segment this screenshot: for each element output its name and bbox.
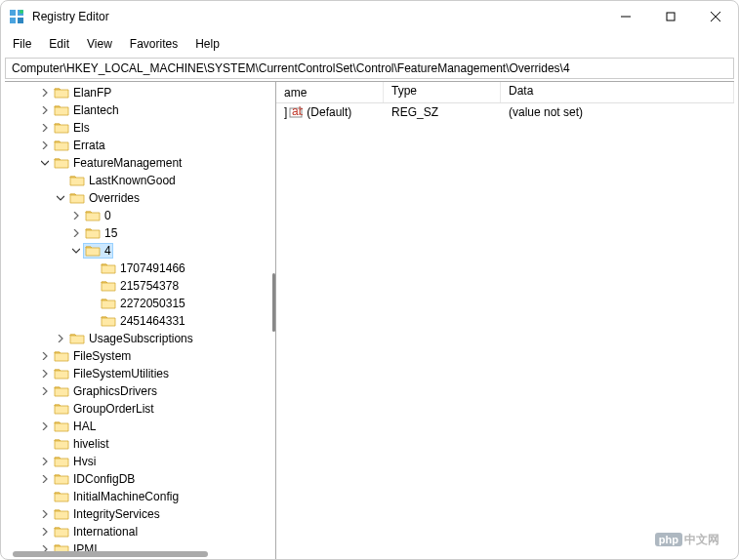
tree-item[interactable]: Elantech bbox=[7, 101, 275, 119]
column-data[interactable]: Data bbox=[501, 82, 734, 102]
tree-item-label-wrap[interactable]: Hvsi bbox=[52, 455, 98, 468]
folder-icon bbox=[101, 279, 116, 293]
tree-item[interactable]: HAL bbox=[7, 418, 275, 435]
watermark-badge: php bbox=[655, 533, 682, 546]
folder-icon bbox=[54, 472, 69, 486]
tree-item[interactable]: hivelist bbox=[7, 435, 275, 453]
tree-item[interactable]: LastKnownGood bbox=[7, 172, 275, 189]
menu-help[interactable]: Help bbox=[187, 35, 227, 53]
address-bar[interactable]: Computer\HKEY_LOCAL_MACHINE\SYSTEM\Curre… bbox=[5, 58, 734, 79]
tree-item-label-wrap[interactable]: LastKnownGood bbox=[67, 174, 178, 187]
minimize-button[interactable] bbox=[603, 1, 648, 32]
tree-item[interactable]: IDConfigDB bbox=[7, 470, 275, 488]
tree-item-label-wrap[interactable]: 1707491466 bbox=[99, 261, 187, 275]
chevron-right-icon[interactable] bbox=[38, 510, 52, 518]
tree-item-label: Errata bbox=[73, 139, 105, 152]
tree-item[interactable]: 1707491466 bbox=[7, 260, 275, 277]
tree-item-label-wrap[interactable]: Els bbox=[52, 121, 92, 135]
tree-item-label-wrap[interactable]: FeatureManagement bbox=[52, 156, 184, 170]
chevron-right-icon[interactable] bbox=[38, 352, 52, 360]
cell-name-prefix: ] bbox=[284, 105, 287, 119]
tree-item[interactable]: Overrides bbox=[7, 189, 275, 207]
chevron-down-icon[interactable] bbox=[69, 247, 83, 255]
tree-item-label-wrap[interactable]: InitialMachineConfig bbox=[52, 490, 181, 503]
chevron-right-icon[interactable] bbox=[38, 528, 52, 536]
tree-item-label-wrap[interactable]: 2451464331 bbox=[99, 314, 187, 328]
tree-item-label-wrap[interactable]: UsageSubscriptions bbox=[67, 332, 195, 345]
list-row[interactable]: ]ab(Default)REG_SZ(value not set) bbox=[276, 103, 734, 121]
chevron-right-icon[interactable] bbox=[69, 229, 83, 237]
tree-item-label-wrap[interactable]: Overrides bbox=[67, 191, 142, 205]
tree-item[interactable]: International bbox=[7, 523, 275, 540]
chevron-right-icon[interactable] bbox=[38, 387, 52, 395]
svg-rect-2 bbox=[10, 18, 16, 23]
tree-item-label-wrap[interactable]: 215754378 bbox=[99, 279, 181, 293]
tree-item[interactable]: UsageSubscriptions bbox=[7, 330, 275, 347]
tree-item[interactable]: FileSystem bbox=[7, 347, 275, 365]
chevron-right-icon[interactable] bbox=[38, 458, 52, 465]
folder-icon bbox=[54, 507, 69, 521]
tree-item[interactable]: FileSystemUtilities bbox=[7, 365, 275, 382]
chevron-right-icon[interactable] bbox=[38, 370, 52, 378]
tree-item-label-wrap[interactable]: FileSystem bbox=[52, 349, 133, 363]
tree-item[interactable]: Errata bbox=[7, 137, 275, 154]
tree-item-label: UsageSubscriptions bbox=[89, 332, 193, 345]
chevron-right-icon[interactable] bbox=[38, 422, 52, 430]
tree-item-label-wrap[interactable]: Elantech bbox=[52, 103, 121, 117]
tree-item-label-wrap[interactable]: GroupOrderList bbox=[52, 402, 156, 416]
menu-file[interactable]: File bbox=[5, 35, 39, 53]
chevron-right-icon[interactable] bbox=[38, 89, 52, 97]
tree-item-label-wrap[interactable]: IDConfigDB bbox=[52, 472, 137, 486]
tree-item[interactable]: 4 bbox=[7, 242, 275, 260]
chevron-right-icon[interactable] bbox=[69, 212, 83, 220]
close-button[interactable] bbox=[693, 1, 738, 32]
tree-item-label-wrap[interactable]: 2272050315 bbox=[99, 297, 187, 310]
tree-item[interactable]: Els bbox=[7, 119, 275, 137]
tree-item-label-wrap[interactable]: FileSystemUtilities bbox=[52, 367, 171, 380]
tree-item[interactable]: GraphicsDrivers bbox=[7, 382, 275, 400]
tree-item[interactable]: ElanFP bbox=[7, 84, 275, 101]
tree-item[interactable]: InitialMachineConfig bbox=[7, 488, 275, 505]
chevron-right-icon[interactable] bbox=[54, 335, 67, 342]
tree-item[interactable]: 2272050315 bbox=[7, 295, 275, 312]
tree-item[interactable]: GroupOrderList bbox=[7, 400, 275, 418]
tree-item[interactable]: FeatureManagement bbox=[7, 154, 275, 172]
tree-scroll[interactable]: ElanFPElantechElsErrataFeatureManagement… bbox=[5, 82, 275, 559]
tree-item-label-wrap[interactable]: IntegrityServices bbox=[52, 507, 162, 521]
title-bar: Registry Editor bbox=[1, 1, 738, 32]
tree-item[interactable]: 2451464331 bbox=[7, 312, 275, 330]
maximize-button[interactable] bbox=[648, 1, 693, 32]
horizontal-scrollbar[interactable] bbox=[13, 551, 208, 557]
tree-item-label-wrap[interactable]: Errata bbox=[52, 139, 107, 152]
tree-item-label-wrap[interactable]: International bbox=[52, 525, 140, 539]
tree-item-label: 4 bbox=[104, 244, 111, 258]
chevron-right-icon[interactable] bbox=[38, 106, 52, 114]
tree-item-label-wrap[interactable]: 4 bbox=[83, 243, 113, 259]
tree-item-label-wrap[interactable]: hivelist bbox=[52, 437, 111, 451]
tree-panel: ElanFPElantechElsErrataFeatureManagement… bbox=[5, 82, 276, 559]
tree-item[interactable]: 0 bbox=[7, 207, 275, 224]
tree-item-label-wrap[interactable]: 15 bbox=[83, 226, 119, 240]
chevron-right-icon[interactable] bbox=[38, 141, 52, 149]
chevron-right-icon[interactable] bbox=[38, 475, 52, 483]
chevron-right-icon[interactable] bbox=[38, 124, 52, 132]
menu-favorites[interactable]: Favorites bbox=[122, 35, 185, 53]
list-body[interactable]: ]ab(Default)REG_SZ(value not set) bbox=[276, 103, 734, 121]
tree-item-label-wrap[interactable]: HAL bbox=[52, 420, 98, 433]
tree-item[interactable]: 215754378 bbox=[7, 277, 275, 295]
chevron-down-icon[interactable] bbox=[54, 194, 67, 202]
tree-item-label-wrap[interactable]: 0 bbox=[83, 209, 113, 222]
menu-view[interactable]: View bbox=[79, 35, 120, 53]
tree-item[interactable]: Hvsi bbox=[7, 453, 275, 470]
folder-icon bbox=[54, 384, 69, 398]
tree-item[interactable]: 15 bbox=[7, 224, 275, 242]
chevron-down-icon[interactable] bbox=[38, 159, 52, 167]
column-name[interactable]: ame bbox=[276, 82, 384, 102]
splitter-handle[interactable] bbox=[272, 273, 275, 332]
tree-item-label-wrap[interactable]: GraphicsDrivers bbox=[52, 384, 159, 398]
folder-icon bbox=[54, 103, 69, 117]
column-type[interactable]: Type bbox=[384, 82, 501, 102]
tree-item-label-wrap[interactable]: ElanFP bbox=[52, 86, 113, 100]
tree-item[interactable]: IntegrityServices bbox=[7, 505, 275, 523]
menu-edit[interactable]: Edit bbox=[41, 35, 77, 53]
